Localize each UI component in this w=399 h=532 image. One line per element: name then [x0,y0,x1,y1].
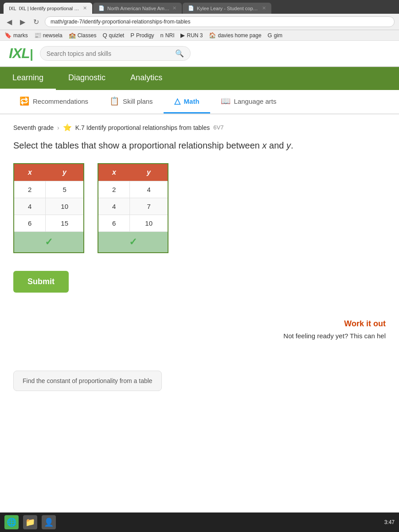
tab-favicon: IXL [9,6,16,11]
nav-item-analytics[interactable]: Analytics [118,67,175,90]
address-text: math/grade-7/identify-proportional-relat… [51,19,190,25]
table1-check-row: ✓ [14,232,84,253]
bookmark-classes[interactable]: 🏫 Classes [69,32,97,39]
taskbar-user-icon[interactable]: 👤 [42,515,56,529]
nav-label-diagnostic: Diagnostic [68,73,106,82]
bookmark-label: gim [274,32,282,39]
subnav-recommendations[interactable]: 🔁 Recommendations [9,90,99,113]
tab-ixl[interactable]: IXL IXL | Identify proportional rela… ✕ [4,3,92,14]
hint-button[interactable]: Find the constant of proportionality fro… [13,371,162,391]
table2-check-cell: ✓ [98,232,168,253]
subnav-label-recommendations: Recommendations [33,98,88,105]
bookmark-newsela[interactable]: 📰 newsela [34,32,63,39]
bookmark-label: RUN 3 [187,32,203,39]
skill-plans-icon: 📋 [110,96,119,106]
search-icon: 🔍 [175,49,184,58]
nav-item-diagnostic[interactable]: Diagnostic [56,67,118,90]
table2-row2-x: 4 [98,198,130,215]
bookmark-label: marks [13,32,28,39]
tab-kylee[interactable]: 📄 Kylee Leary - Student copy of… ✕ [183,3,271,14]
work-subtitle: Not feeling ready yet? This can hel [13,332,386,340]
search-input[interactable] [47,50,172,57]
close-icon-3[interactable]: ✕ [262,5,266,11]
math-icon: △ [174,96,180,106]
bookmark-prodigy[interactable]: P Prodigy [130,32,154,39]
address-bar[interactable]: math/grade-7/identify-proportional-relat… [45,16,395,27]
davies-icon: 🏠 [209,32,216,39]
skill-label: K.7 Identify proportional relationships … [75,124,210,131]
taskbar: 🌐 📁 👤 3:47 [0,512,399,532]
checkmark-icon-2: ✓ [129,236,137,247]
data-table-1[interactable]: x y 2 5 4 10 6 [13,163,84,253]
tab-native[interactable]: 📄 North American Native Ameri… ✕ [93,3,182,14]
taskbar-app-icon[interactable]: 🌐 [4,515,19,529]
bookmark-label: newsela [43,32,63,39]
bookmark-marks[interactable]: 🔖 marks [4,32,28,39]
subnav-language-arts[interactable]: 📖 Language arts [210,90,287,113]
grade-label: Seventh grade [13,124,54,131]
refresh-button[interactable]: ↻ [31,17,41,27]
bookmark-label: Classes [78,32,97,39]
bookmark-nri[interactable]: n NRI [160,32,175,39]
bookmark-label: quizlet [109,32,125,39]
nav-item-learning[interactable]: Learning [0,67,56,90]
table1-header-y: y [46,164,84,181]
tab-favicon-3: 📄 [188,5,194,11]
forward-button[interactable]: ▶ [18,17,27,27]
close-icon-2[interactable]: ✕ [172,5,176,11]
tables-row: x y 2 5 4 10 6 [13,163,386,253]
subnav-label-language-arts: Language arts [234,98,277,105]
recommendations-icon: 🔁 [20,96,29,106]
nav-label-learning: Learning [12,73,43,82]
tab-label-2: North American Native Ameri… [107,6,170,11]
close-icon[interactable]: ✕ [83,5,87,11]
taskbar-time: 3:47 [384,519,395,525]
taskbar-left: 🌐 📁 👤 [4,515,56,529]
bookmark-run3[interactable]: ▶ RUN 3 [180,32,203,39]
table-row: 4 7 [98,198,168,215]
table1-check-cell: ✓ [14,232,84,253]
taskbar-files-icon[interactable]: 📁 [23,515,37,529]
table2-row2-y: 7 [130,198,168,215]
quizlet-icon: Q [102,32,107,39]
submit-button[interactable]: Submit [13,271,69,293]
problem-question: Select the tables that show a proportion… [13,141,386,151]
bookmark-label: davies home page [218,32,261,39]
address-bar-row: ◀ ▶ ↻ math/grade-7/identify-proportional… [0,14,399,30]
table-2[interactable]: x y 2 4 4 7 6 [98,163,168,253]
table1-header-x: x [14,164,46,181]
ixl-topnav: IXL| 🔍 [0,41,399,67]
table2-header-y: y [130,164,168,181]
subnav-skill-plans[interactable]: 📋 Skill plans [99,90,164,113]
bookmark-quizlet[interactable]: Q quizlet [102,32,124,39]
star-icon: ⭐ [63,123,72,132]
search-bar[interactable]: 🔍 [40,46,191,61]
table1-row2-y: 10 [46,198,84,215]
table2-check-row: ✓ [98,232,168,253]
table-row: 2 5 [14,181,84,198]
bookmark-label: NRI [165,32,175,39]
classes-icon: 🏫 [69,32,76,39]
bookmark-gim[interactable]: G gim [268,32,282,39]
work-title: Work it out [13,319,386,329]
tab-label-3: Kylee Leary - Student copy of… [197,6,259,11]
taskbar-user-symbol: 👤 [44,517,54,527]
tab-favicon-2: 📄 [98,5,105,11]
hint-section: Find the constant of proportionality fro… [13,353,386,391]
table2-row1-x: 2 [98,181,130,198]
chevron-icon: › [57,124,59,131]
table-1[interactable]: x y 2 5 4 10 6 [13,163,84,253]
bookmark-davies[interactable]: 🏠 davies home page [209,32,261,39]
table2-row1-y: 4 [130,181,168,198]
subnav-math[interactable]: △ Math [164,90,210,113]
marks-icon: 🔖 [4,32,12,39]
main-nav: Learning Diagnostic Analytics [0,67,399,90]
back-button[interactable]: ◀ [4,17,14,27]
tab-label: IXL | Identify proportional rela… [19,6,80,11]
submit-label: Submit [27,277,55,286]
nav-label-analytics: Analytics [130,73,162,82]
data-table-2[interactable]: x y 2 4 4 7 6 [98,163,168,253]
run3-icon: ▶ [180,32,185,39]
table1-row1-y: 5 [46,181,84,198]
tabs-row: IXL IXL | Identify proportional rela… ✕ … [4,3,395,14]
